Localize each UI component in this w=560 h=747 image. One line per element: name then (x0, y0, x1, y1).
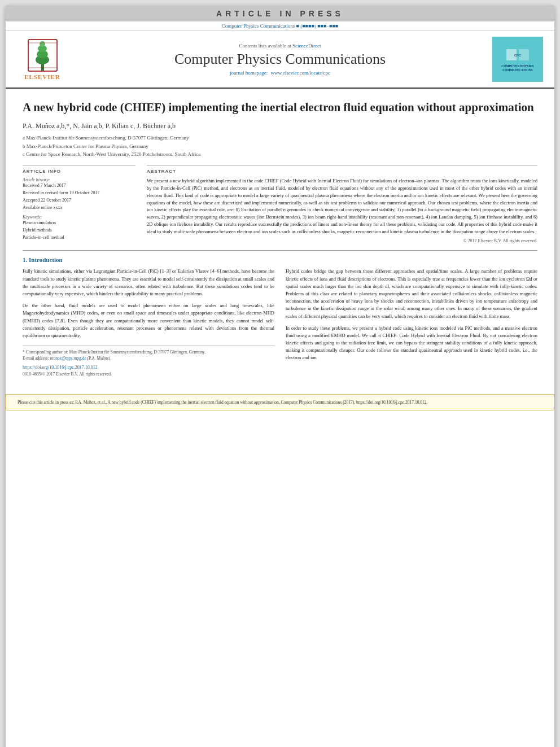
intro-col2-para1: Hybrid codes bridge the gap between thos… (286, 268, 537, 320)
journal-main-title: Computer Physics Communications (68, 51, 492, 68)
body-col-left: Fully kinetic simulations, either via La… (23, 268, 274, 377)
homepage-label: journal homepage: (230, 70, 268, 76)
footnote-area: * Corresponding author at: Max-Planck-In… (23, 345, 274, 377)
keywords-label: Keywords: (23, 215, 135, 220)
intro-col1-para1-text: Fully kinetic simulations, either via La… (23, 268, 274, 296)
banner-text: ARTICLE IN PRESS (216, 9, 344, 18)
journal-header: ELSEVIER Contents lists available at Sci… (6, 31, 554, 89)
abstract-heading: ABSTRACT (147, 169, 537, 174)
journal-logo-text: COMPUTER PHYSICSCOMMUNICATIONS (501, 64, 533, 72)
elsevier-tree-icon (27, 38, 58, 72)
affiliation-a: a Max-Planck-Institut für Sonnensystemfo… (23, 134, 537, 142)
cpc-logo-graphic: CPC (504, 46, 532, 63)
article-title: A new hybrid code (CHIEF) implementing t… (23, 100, 537, 115)
elsevier-logo: ELSEVIER (17, 38, 68, 80)
sciencedirect-label: Contents lists available at (239, 43, 291, 49)
article-body: A new hybrid code (CHIEF) implementing t… (6, 89, 554, 388)
affiliation-b: b Max-Planck/Princeton Center for Plasma… (23, 142, 537, 150)
abstract-box: ABSTRACT We present a new hybrid algorit… (147, 165, 537, 243)
journal-title-block: Contents lists available at ScienceDirec… (68, 43, 492, 76)
svg-rect-0 (41, 64, 44, 71)
citation-bar: Please cite this article in press as: P.… (6, 394, 554, 410)
citation-text: Please cite this article in press as: P.… (18, 400, 427, 405)
svg-point-4 (40, 41, 45, 47)
doi-link[interactable]: https://doi.org/10.1016/j.cpc.2017.10.01… (23, 365, 98, 370)
email-label: E-mail address: (23, 356, 49, 361)
body-col-right: Hybrid codes bridge the gap between thos… (286, 268, 537, 377)
page: ARTICLE IN PRESS Computer Physics Commun… (6, 6, 554, 747)
article-in-press-banner: ARTICLE IN PRESS (6, 6, 554, 21)
intro-col2-para1-text: Hybrid codes bridge the gap between thos… (286, 268, 537, 318)
available-date: Available online xxxx (23, 205, 135, 210)
intro-para-1: Fully kinetic simulations, either via La… (23, 268, 274, 298)
affiliation-c: c Centre for Space Research, North-West … (23, 150, 537, 158)
divider-1 (23, 250, 537, 251)
journal-ref-line: Computer Physics Communications ■ (■■■■)… (6, 21, 554, 31)
intro-col2-para2: In order to study these problems, we pre… (286, 325, 537, 362)
intro-heading: 1. Introduction (23, 256, 537, 263)
email-link[interactable]: munoz@mps.mpg.de (50, 356, 86, 361)
journal-homepage: journal homepage: www.elsevier.com/locat… (68, 70, 492, 76)
journal-logo-box: CPC COMPUTER PHYSICSCOMMUNICATIONS (492, 37, 543, 82)
email-footnote: E-mail address: munoz@mps.mpg.de (P.A. M… (23, 355, 274, 361)
keyword-3: Particle-in-cell method (23, 235, 135, 240)
email-who: (P.A. Muñoz). (88, 356, 112, 361)
info-abstract-columns: ARTICLE INFO Article history: Received 7… (23, 165, 537, 243)
elsevier-wordmark: ELSEVIER (24, 73, 60, 80)
copyright-line: © 2017 Elsevier B.V. All rights reserved… (147, 238, 537, 243)
keyword-1: Plasma simulation (23, 220, 135, 225)
abstract-text: We present a new hybrid algorithm implem… (147, 177, 537, 235)
body-columns: Fully kinetic simulations, either via La… (23, 268, 537, 377)
keyword-2: Hybrid methods (23, 228, 135, 233)
accepted-date: Accepted 22 October 2017 (23, 198, 135, 203)
sciencedirect-line: Contents lists available at ScienceDirec… (68, 43, 492, 49)
authors-line: P.A. Muñoz a,b,*, N. Jain a,b, P. Kilian… (23, 122, 537, 130)
homepage-url[interactable]: www.elsevier.com/locate/cpc (271, 70, 330, 76)
svg-text:CPC: CPC (514, 54, 522, 57)
intro-para-2: On the other hand, fluid models are used… (23, 302, 274, 339)
corresponding-footnote: * Corresponding author at: Max-Planck-In… (23, 349, 274, 355)
revised-date: Received in revised form 19 October 2017 (23, 190, 135, 195)
doi-line: https://doi.org/10.1016/j.cpc.2017.10.01… (23, 364, 274, 371)
article-info-heading: ARTICLE INFO (23, 169, 135, 174)
issn-line: 0010-4655/© 2017 Elsevier B.V. All right… (23, 371, 274, 377)
journal-ref-text: Computer Physics Communications ■ (■■■■)… (222, 23, 339, 29)
article-info-box: ARTICLE INFO Article history: Received 7… (23, 165, 135, 243)
intro-col2-para2-text: In order to study these problems, we pre… (286, 325, 537, 361)
received-date: Received 7 March 2017 (23, 183, 135, 188)
affiliations: a Max-Planck-Institut für Sonnensystemfo… (23, 134, 537, 158)
intro-col1-para2-text: On the other hand, fluid models are used… (23, 303, 274, 338)
history-label: Article history: (23, 177, 135, 182)
sciencedirect-link[interactable]: ScienceDirect (292, 43, 321, 49)
